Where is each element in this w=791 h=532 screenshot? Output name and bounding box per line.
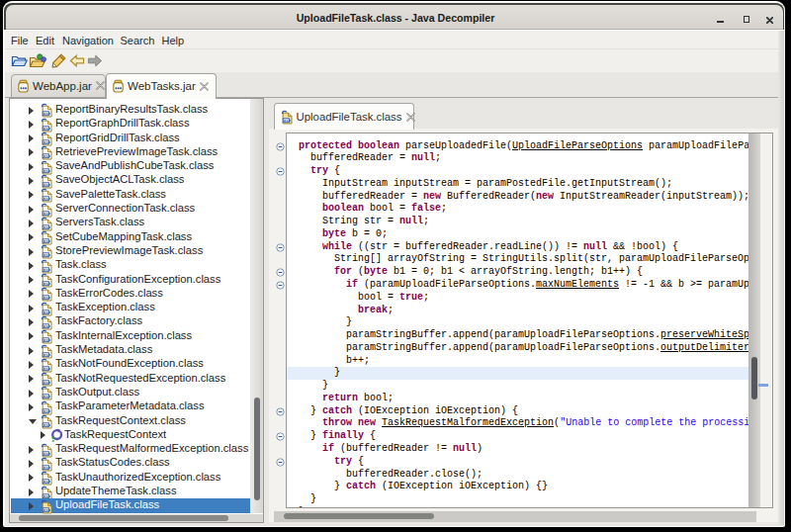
svg-text:010: 010 [44, 268, 51, 272]
svg-text:010: 010 [44, 168, 51, 172]
svg-text:010: 010 [44, 367, 51, 371]
svg-text:010: 010 [44, 423, 51, 427]
svg-text:010: 010 [44, 310, 51, 313]
svg-text:010: 010 [44, 183, 51, 187]
svg-text:010: 010 [44, 381, 51, 385]
svg-text:010: 010 [283, 118, 291, 122]
svg-text:010: 010 [44, 225, 51, 229]
svg-text:010: 010 [44, 112, 51, 116]
svg-text:010: 010 [44, 352, 51, 356]
svg-text:010: 010 [44, 409, 51, 413]
svg-text:010: 010 [44, 211, 51, 215]
svg-text:010: 010 [44, 480, 51, 484]
svg-text:010: 010 [44, 395, 51, 399]
svg-text:010: 010 [44, 296, 51, 300]
svg-text:010: 010 [44, 197, 51, 201]
svg-text:010: 010 [44, 239, 51, 243]
svg-text:010: 010 [44, 154, 51, 158]
svg-text:010: 010 [44, 127, 51, 131]
svg-text:010: 010 [44, 253, 51, 257]
svg-text:010: 010 [44, 466, 51, 470]
svg-text:010: 010 [44, 282, 51, 286]
svg-text:010: 010 [44, 508, 51, 512]
svg-text:010: 010 [44, 324, 51, 328]
svg-text:010: 010 [44, 493, 51, 497]
svg-text:010: 010 [44, 140, 51, 144]
svg-text:010: 010 [44, 451, 51, 455]
svg-text:010: 010 [44, 338, 51, 342]
